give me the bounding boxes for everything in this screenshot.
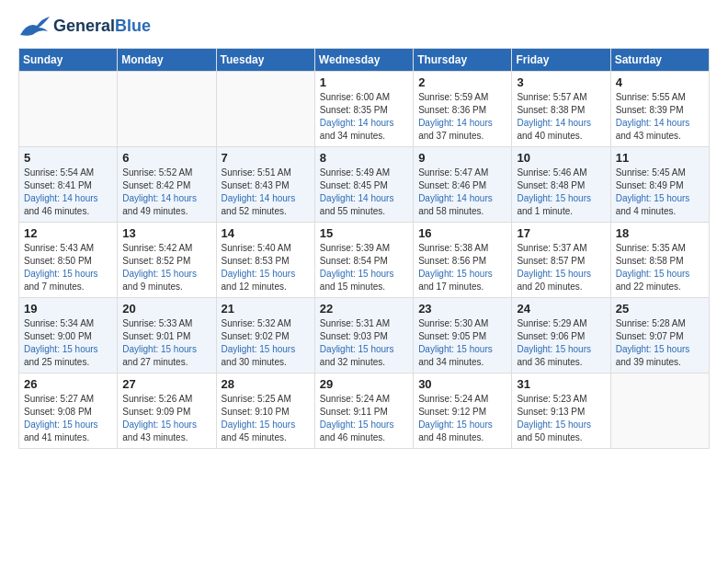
calendar-cell: 23Sunrise: 5:30 AMSunset: 9:05 PMDayligh… bbox=[414, 298, 512, 373]
day-number: 24 bbox=[517, 302, 605, 316]
calendar-col-friday: Friday bbox=[512, 49, 610, 72]
day-info: Sunrise: 5:24 AMSunset: 9:12 PMDaylight:… bbox=[418, 393, 506, 444]
calendar-cell: 7Sunrise: 5:51 AMSunset: 8:43 PMDaylight… bbox=[216, 147, 314, 223]
day-info: Sunrise: 5:23 AMSunset: 9:13 PMDaylight:… bbox=[517, 393, 605, 444]
day-info: Sunrise: 5:38 AMSunset: 8:56 PMDaylight:… bbox=[418, 242, 506, 293]
day-number: 20 bbox=[122, 302, 210, 316]
day-info: Sunrise: 5:49 AMSunset: 8:45 PMDaylight:… bbox=[320, 167, 408, 218]
calendar-table: SundayMondayTuesdayWednesdayThursdayFrid… bbox=[18, 48, 710, 449]
calendar-cell: 26Sunrise: 5:27 AMSunset: 9:08 PMDayligh… bbox=[19, 373, 118, 449]
calendar-cell: 11Sunrise: 5:45 AMSunset: 8:49 PMDayligh… bbox=[610, 147, 709, 223]
calendar-col-thursday: Thursday bbox=[414, 49, 512, 72]
day-number: 14 bbox=[222, 226, 310, 240]
calendar-cell: 20Sunrise: 5:33 AMSunset: 9:01 PMDayligh… bbox=[118, 298, 216, 373]
day-number: 11 bbox=[616, 151, 704, 165]
calendar-cell: 6Sunrise: 5:52 AMSunset: 8:42 PMDaylight… bbox=[118, 147, 216, 223]
day-info: Sunrise: 5:55 AMSunset: 8:39 PMDaylight:… bbox=[616, 91, 704, 143]
calendar-week-row: 26Sunrise: 5:27 AMSunset: 9:08 PMDayligh… bbox=[19, 373, 710, 449]
calendar-cell: 9Sunrise: 5:47 AMSunset: 8:46 PMDaylight… bbox=[414, 147, 512, 223]
calendar-cell: 14Sunrise: 5:40 AMSunset: 8:53 PMDayligh… bbox=[216, 223, 314, 298]
day-number: 13 bbox=[122, 226, 210, 240]
day-number: 5 bbox=[24, 151, 112, 165]
calendar-cell: 13Sunrise: 5:42 AMSunset: 8:52 PMDayligh… bbox=[118, 223, 216, 298]
day-info: Sunrise: 5:39 AMSunset: 8:54 PMDaylight:… bbox=[320, 242, 408, 293]
day-number: 18 bbox=[616, 226, 704, 240]
calendar-cell: 24Sunrise: 5:29 AMSunset: 9:06 PMDayligh… bbox=[512, 298, 610, 373]
day-info: Sunrise: 5:32 AMSunset: 9:02 PMDaylight:… bbox=[222, 317, 310, 369]
day-info: Sunrise: 5:26 AMSunset: 9:09 PMDaylight:… bbox=[122, 393, 210, 444]
calendar-cell: 5Sunrise: 5:54 AMSunset: 8:41 PMDaylight… bbox=[19, 147, 118, 223]
day-info: Sunrise: 5:57 AMSunset: 8:38 PMDaylight:… bbox=[517, 91, 605, 143]
day-number: 9 bbox=[418, 151, 506, 165]
calendar-cell: 16Sunrise: 5:38 AMSunset: 8:56 PMDayligh… bbox=[414, 223, 512, 298]
calendar-cell: 15Sunrise: 5:39 AMSunset: 8:54 PMDayligh… bbox=[314, 223, 413, 298]
day-info: Sunrise: 5:45 AMSunset: 8:49 PMDaylight:… bbox=[616, 167, 704, 218]
calendar-cell: 17Sunrise: 5:37 AMSunset: 8:57 PMDayligh… bbox=[512, 223, 610, 298]
calendar-week-row: 1Sunrise: 6:00 AMSunset: 8:35 PMDaylight… bbox=[19, 72, 710, 147]
day-number: 3 bbox=[517, 75, 605, 89]
day-info: Sunrise: 5:24 AMSunset: 9:11 PMDaylight:… bbox=[320, 393, 408, 444]
day-number: 31 bbox=[517, 377, 605, 391]
calendar-col-monday: Monday bbox=[118, 49, 216, 72]
logo-blue: Blue bbox=[115, 17, 151, 35]
calendar-cell: 30Sunrise: 5:24 AMSunset: 9:12 PMDayligh… bbox=[414, 373, 512, 449]
day-number: 19 bbox=[24, 302, 112, 316]
day-info: Sunrise: 5:47 AMSunset: 8:46 PMDaylight:… bbox=[418, 167, 506, 218]
day-number: 28 bbox=[222, 377, 310, 391]
day-info: Sunrise: 5:30 AMSunset: 9:05 PMDaylight:… bbox=[418, 317, 506, 369]
day-info: Sunrise: 5:51 AMSunset: 8:43 PMDaylight:… bbox=[222, 167, 310, 218]
calendar-header-row: SundayMondayTuesdayWednesdayThursdayFrid… bbox=[19, 49, 710, 72]
day-number: 4 bbox=[616, 75, 704, 89]
calendar-cell: 3Sunrise: 5:57 AMSunset: 8:38 PMDaylight… bbox=[512, 72, 610, 147]
calendar-week-row: 19Sunrise: 5:34 AMSunset: 9:00 PMDayligh… bbox=[19, 298, 710, 373]
logo: GeneralBlue bbox=[18, 15, 151, 39]
calendar-col-sunday: Sunday bbox=[19, 49, 118, 72]
calendar-week-row: 5Sunrise: 5:54 AMSunset: 8:41 PMDaylight… bbox=[19, 147, 710, 223]
day-number: 27 bbox=[122, 377, 210, 391]
calendar-cell: 19Sunrise: 5:34 AMSunset: 9:00 PMDayligh… bbox=[19, 298, 118, 373]
day-number: 26 bbox=[24, 377, 112, 391]
day-info: Sunrise: 5:35 AMSunset: 8:58 PMDaylight:… bbox=[616, 242, 704, 293]
day-info: Sunrise: 5:40 AMSunset: 8:53 PMDaylight:… bbox=[222, 242, 310, 293]
page: GeneralBlue SundayMondayTuesdayWednesday… bbox=[0, 0, 728, 464]
day-info: Sunrise: 5:42 AMSunset: 8:52 PMDaylight:… bbox=[122, 242, 210, 293]
day-number: 25 bbox=[616, 302, 704, 316]
calendar-week-row: 12Sunrise: 5:43 AMSunset: 8:50 PMDayligh… bbox=[19, 223, 710, 298]
day-number: 30 bbox=[418, 377, 506, 391]
calendar-cell bbox=[118, 72, 216, 147]
calendar-cell: 31Sunrise: 5:23 AMSunset: 9:13 PMDayligh… bbox=[512, 373, 610, 449]
day-number: 12 bbox=[24, 226, 112, 240]
calendar-cell: 8Sunrise: 5:49 AMSunset: 8:45 PMDaylight… bbox=[314, 147, 413, 223]
day-info: Sunrise: 5:37 AMSunset: 8:57 PMDaylight:… bbox=[517, 242, 605, 293]
calendar-col-saturday: Saturday bbox=[610, 49, 709, 72]
day-info: Sunrise: 5:29 AMSunset: 9:06 PMDaylight:… bbox=[517, 317, 605, 369]
day-info: Sunrise: 5:43 AMSunset: 8:50 PMDaylight:… bbox=[24, 242, 112, 293]
calendar-cell: 28Sunrise: 5:25 AMSunset: 9:10 PMDayligh… bbox=[216, 373, 314, 449]
calendar-col-tuesday: Tuesday bbox=[216, 49, 314, 72]
calendar-cell: 29Sunrise: 5:24 AMSunset: 9:11 PMDayligh… bbox=[314, 373, 413, 449]
day-number: 8 bbox=[320, 151, 408, 165]
calendar-cell: 1Sunrise: 6:00 AMSunset: 8:35 PMDaylight… bbox=[314, 72, 413, 147]
calendar-cell bbox=[216, 72, 314, 147]
calendar-cell bbox=[610, 373, 709, 449]
logo-general: General bbox=[53, 17, 115, 35]
calendar-col-wednesday: Wednesday bbox=[314, 49, 413, 72]
day-number: 15 bbox=[320, 226, 408, 240]
day-number: 29 bbox=[320, 377, 408, 391]
calendar-cell: 4Sunrise: 5:55 AMSunset: 8:39 PMDaylight… bbox=[610, 72, 709, 147]
calendar-cell: 21Sunrise: 5:32 AMSunset: 9:02 PMDayligh… bbox=[216, 298, 314, 373]
day-info: Sunrise: 5:25 AMSunset: 9:10 PMDaylight:… bbox=[222, 393, 310, 444]
day-info: Sunrise: 5:59 AMSunset: 8:36 PMDaylight:… bbox=[418, 91, 506, 143]
day-number: 2 bbox=[418, 75, 506, 89]
day-info: Sunrise: 6:00 AMSunset: 8:35 PMDaylight:… bbox=[320, 91, 408, 143]
calendar-cell: 25Sunrise: 5:28 AMSunset: 9:07 PMDayligh… bbox=[610, 298, 709, 373]
day-info: Sunrise: 5:27 AMSunset: 9:08 PMDaylight:… bbox=[24, 393, 112, 444]
day-info: Sunrise: 5:33 AMSunset: 9:01 PMDaylight:… bbox=[122, 317, 210, 369]
day-number: 21 bbox=[222, 302, 310, 316]
day-number: 10 bbox=[517, 151, 605, 165]
day-number: 1 bbox=[320, 75, 408, 89]
day-info: Sunrise: 5:52 AMSunset: 8:42 PMDaylight:… bbox=[122, 167, 210, 218]
calendar-cell: 18Sunrise: 5:35 AMSunset: 8:58 PMDayligh… bbox=[610, 223, 709, 298]
day-number: 16 bbox=[418, 226, 506, 240]
calendar-cell: 2Sunrise: 5:59 AMSunset: 8:36 PMDaylight… bbox=[414, 72, 512, 147]
